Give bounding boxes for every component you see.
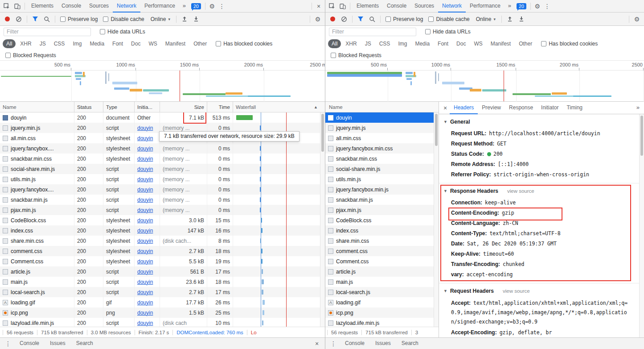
request-initiator[interactable]: douyin bbox=[137, 135, 153, 141]
disable-cache-checkbox[interactable]: Disable cache bbox=[428, 16, 469, 22]
request-list-item[interactable]: Comment.css bbox=[325, 256, 439, 266]
preserve-log-checkbox[interactable]: Preserve log bbox=[386, 16, 423, 22]
checkbox[interactable] bbox=[428, 17, 434, 22]
table-row[interactable]: share.min.css 200 stylesheet douyin (dis… bbox=[0, 236, 325, 246]
drawer-tab[interactable]: Search bbox=[71, 338, 98, 349]
clear-icon[interactable] bbox=[14, 14, 24, 24]
filter-chip[interactable]: XHR bbox=[342, 39, 360, 48]
drawer-tab[interactable]: Issues bbox=[45, 338, 71, 349]
table-row[interactable]: article.js 200 script douyin 561 B 17 ms bbox=[0, 266, 325, 277]
details-tab[interactable]: Timing bbox=[562, 102, 587, 114]
request-list-item[interactable]: jquery.fancybox.min.css bbox=[325, 143, 439, 154]
request-list-item[interactable]: article.js bbox=[325, 266, 439, 277]
table-row[interactable]: CodeBlock.css 200 stylesheet douyin 3.0 … bbox=[0, 215, 325, 225]
issues-count-badge[interactable]: 20 bbox=[191, 3, 201, 9]
request-list-item[interactable]: snackbar.min.css bbox=[325, 154, 439, 164]
details-tab[interactable]: Preview bbox=[478, 102, 505, 114]
scrollbar[interactable] bbox=[320, 112, 325, 327]
panel-tab[interactable]: Performance bbox=[140, 0, 179, 12]
filter-chip[interactable]: Manifest bbox=[162, 39, 189, 48]
request-initiator[interactable]: douyin bbox=[137, 166, 153, 172]
request-initiator[interactable]: douyin bbox=[137, 197, 153, 203]
settings-gear-icon[interactable]: ⚙ bbox=[208, 1, 217, 11]
request-initiator[interactable]: douyin bbox=[137, 299, 153, 306]
close-details-icon[interactable]: × bbox=[441, 103, 450, 113]
request-list-item[interactable]: icp.png bbox=[325, 307, 439, 318]
view-source-link[interactable]: view source bbox=[507, 184, 534, 198]
general-section-header[interactable]: ▼ General bbox=[439, 115, 639, 129]
filter-input[interactable] bbox=[329, 28, 416, 36]
filter-chip[interactable]: Img bbox=[69, 39, 85, 48]
hide-data-urls-checkbox[interactable]: Hide data URLs bbox=[100, 29, 145, 35]
drawer-overflow-icon[interactable]: ⋮ bbox=[4, 339, 12, 349]
import-har-icon[interactable] bbox=[180, 14, 189, 24]
table-row[interactable]: snackbar.min.js 200 script douyin (memor… bbox=[0, 195, 325, 205]
table-row[interactable]: jquery.fancybox.... 200 script douyin (m… bbox=[0, 184, 325, 195]
filter-chip[interactable]: CSS bbox=[50, 39, 69, 48]
table-row[interactable]: Comment.css 200 stylesheet douyin 5.5 kB… bbox=[0, 256, 325, 266]
drawer-tab[interactable]: Issues bbox=[370, 338, 396, 349]
filter-chip[interactable]: WS bbox=[470, 39, 486, 48]
request-initiator[interactable]: douyin bbox=[137, 238, 153, 244]
panel-tab[interactable]: Console bbox=[57, 0, 85, 12]
table-row[interactable]: index.css 200 stylesheet douyin 147 kB 1… bbox=[0, 225, 325, 236]
import-har-icon[interactable] bbox=[505, 14, 515, 24]
export-har-icon[interactable] bbox=[517, 14, 526, 24]
has-blocked-cookies-checkbox[interactable]: Has blocked cookies bbox=[216, 41, 272, 47]
col-type[interactable]: Type bbox=[103, 102, 135, 112]
record-icon[interactable] bbox=[5, 17, 10, 21]
table-row[interactable]: local-search.js 200 script douyin 2.7 kB… bbox=[0, 287, 325, 297]
request-list-item[interactable]: main.js bbox=[325, 277, 439, 287]
table-row[interactable]: snackbar.min.css 200 stylesheet douyin (… bbox=[0, 154, 325, 164]
request-initiator[interactable]: douyin bbox=[137, 228, 153, 234]
col-status[interactable]: Status bbox=[74, 102, 103, 112]
request-initiator[interactable]: douyin bbox=[137, 176, 153, 183]
drawer-tab[interactable]: Console bbox=[14, 338, 45, 349]
request-initiator[interactable]: douyin bbox=[137, 156, 153, 162]
details-tab[interactable]: Response bbox=[505, 102, 537, 114]
request-list-item[interactable]: index.css bbox=[325, 225, 439, 236]
inspect-icon[interactable] bbox=[2, 1, 12, 11]
filter-chip[interactable]: WS bbox=[145, 39, 160, 48]
table-row[interactable]: utils.min.js 200 script douyin (memory .… bbox=[0, 174, 325, 184]
panel-tab[interactable]: Sources bbox=[85, 0, 113, 12]
filter-chip[interactable]: JS bbox=[361, 39, 375, 48]
filter-chip[interactable]: CSS bbox=[376, 39, 394, 48]
request-list-item[interactable]: all.min.css bbox=[325, 133, 439, 143]
details-tab[interactable]: Headers bbox=[450, 102, 478, 114]
filter-chip[interactable]: XHR bbox=[16, 39, 35, 48]
request-initiator[interactable]: douyin bbox=[137, 217, 153, 224]
scrollbar-thumb[interactable] bbox=[435, 114, 438, 146]
blocked-requests-checkbox[interactable]: Blocked Requests bbox=[331, 52, 381, 58]
request-list-item[interactable]: douyin bbox=[325, 112, 439, 123]
request-headers-section-header[interactable]: ▼ Request Headers view source bbox=[439, 284, 639, 298]
checkbox[interactable] bbox=[541, 41, 546, 46]
filter-chip[interactable]: Manifest bbox=[487, 39, 514, 48]
panel-tab[interactable]: Sources bbox=[410, 0, 438, 12]
export-har-icon[interactable] bbox=[191, 14, 201, 24]
table-row[interactable]: social-share.min.js 200 script douyin (m… bbox=[0, 164, 325, 174]
request-list-item[interactable]: CodeBlock.css bbox=[325, 215, 439, 225]
request-initiator[interactable]: douyin bbox=[137, 187, 153, 193]
throttling-dropdown[interactable]: Online▾ bbox=[151, 16, 170, 22]
throttling-dropdown[interactable]: Online▾ bbox=[476, 16, 496, 22]
filter-chip[interactable]: Doc bbox=[453, 39, 469, 48]
filter-chip[interactable]: Other bbox=[515, 39, 536, 48]
search-icon[interactable] bbox=[367, 14, 377, 24]
more-details-tabs-icon[interactable]: » bbox=[634, 102, 642, 114]
request-initiator[interactable]: douyin bbox=[137, 145, 153, 152]
table-row[interactable]: comment.css 200 stylesheet douyin 2.7 kB… bbox=[0, 246, 325, 256]
inspect-icon[interactable] bbox=[327, 1, 337, 11]
filter-funnel-icon[interactable] bbox=[356, 14, 365, 24]
request-initiator[interactable]: douyin bbox=[137, 269, 153, 275]
request-list-item[interactable]: local-search.js bbox=[325, 287, 439, 297]
col-waterfall[interactable]: Waterfall▲ bbox=[233, 102, 325, 112]
request-list-item[interactable]: jquery.fancybox.min.js bbox=[325, 184, 439, 195]
preserve-log-checkbox[interactable]: Preserve log bbox=[60, 16, 98, 22]
col-size[interactable]: Size bbox=[160, 102, 207, 112]
request-list-item[interactable]: utils.min.js bbox=[325, 174, 439, 184]
timeline-overview[interactable]: 500 ms1000 ms1500 ms2000 ms2500 m bbox=[0, 61, 325, 102]
filter-chip[interactable]: All bbox=[3, 39, 16, 48]
drawer-tab[interactable]: Console bbox=[340, 338, 370, 349]
overflow-menu-icon[interactable]: ⋮ bbox=[543, 1, 552, 11]
